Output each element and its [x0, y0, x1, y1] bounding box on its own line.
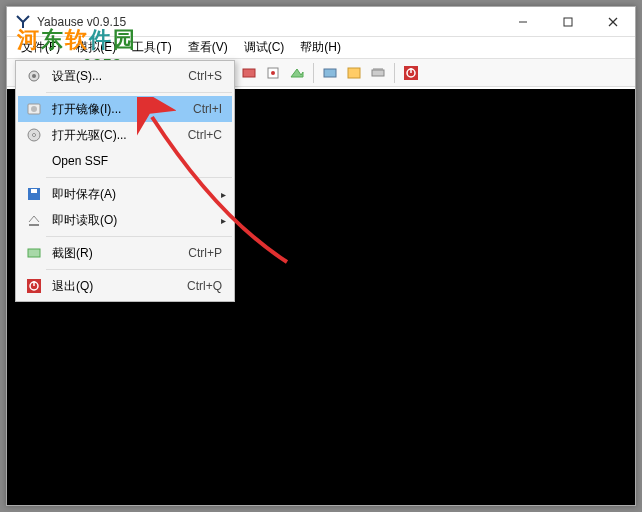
- app-icon: [15, 14, 31, 30]
- svg-point-29: [31, 106, 37, 112]
- sync-icon[interactable]: [262, 62, 284, 84]
- layer-icon[interactable]: [286, 62, 308, 84]
- save-icon: [24, 184, 44, 204]
- svg-point-27: [32, 74, 36, 78]
- window-controls: [500, 8, 635, 36]
- app-window: Yabause v0.9.15 文件(F) 模拟(E) 工具(T) 查看(V) …: [6, 6, 636, 506]
- vdp2-icon[interactable]: [343, 62, 365, 84]
- load-icon: [24, 210, 44, 230]
- window-title: Yabause v0.9.15: [37, 15, 500, 29]
- menu-open-image[interactable]: 打开镜像(I)... Ctrl+I: [18, 96, 232, 122]
- menu-quit[interactable]: 退出(Q) Ctrl+Q: [18, 273, 232, 299]
- menu-save-state[interactable]: 即时保存(A) ▸: [18, 181, 232, 207]
- menu-file[interactable]: 文件(F): [13, 37, 68, 58]
- close-button[interactable]: [590, 8, 635, 36]
- gear-icon: [24, 66, 44, 86]
- screenshot-icon: [24, 243, 44, 263]
- maximize-button[interactable]: [545, 8, 590, 36]
- svg-rect-35: [28, 249, 40, 257]
- frameskip-icon[interactable]: [238, 62, 260, 84]
- menu-debug[interactable]: 调试(C): [236, 37, 293, 58]
- menu-open-cdrom[interactable]: 打开光驱(C)... Ctrl+C: [18, 122, 232, 148]
- svg-rect-33: [31, 189, 37, 193]
- disc-image-icon: [24, 99, 44, 119]
- minimize-button[interactable]: [500, 8, 545, 36]
- memory-icon[interactable]: [367, 62, 389, 84]
- power-icon: [24, 276, 44, 296]
- file-menu-dropdown: 设置(S)... Ctrl+S 打开镜像(I)... Ctrl+I 打开光驱(C…: [15, 60, 235, 302]
- toolbar-separator: [313, 63, 314, 83]
- menu-separator: [46, 236, 232, 237]
- menubar: 文件(F) 模拟(E) 工具(T) 查看(V) 调试(C) 帮助(H): [7, 37, 635, 59]
- svg-rect-1: [564, 18, 572, 26]
- menu-help[interactable]: 帮助(H): [292, 37, 349, 58]
- power-icon[interactable]: [400, 62, 422, 84]
- toolbar-separator: [394, 63, 395, 83]
- svg-point-19: [271, 71, 275, 75]
- menu-load-state[interactable]: 即时读取(O) ▸: [18, 207, 232, 233]
- menu-separator: [46, 92, 232, 93]
- svg-rect-34: [29, 224, 39, 226]
- menu-screenshot[interactable]: 截图(R) Ctrl+P: [18, 240, 232, 266]
- menu-settings[interactable]: 设置(S)... Ctrl+S: [18, 63, 232, 89]
- cd-icon: [24, 125, 44, 145]
- svg-rect-17: [243, 69, 255, 77]
- menu-view[interactable]: 查看(V): [180, 37, 236, 58]
- chevron-right-icon: ▸: [218, 189, 226, 200]
- menu-separator: [46, 177, 232, 178]
- menu-open-ssf[interactable]: Open SSF: [18, 148, 232, 174]
- svg-point-31: [33, 134, 36, 137]
- svg-rect-21: [348, 68, 360, 78]
- menu-emulation[interactable]: 模拟(E): [68, 37, 124, 58]
- vdp1-icon[interactable]: [319, 62, 341, 84]
- menu-tools[interactable]: 工具(T): [124, 37, 179, 58]
- svg-rect-22: [372, 70, 384, 76]
- menu-separator: [46, 269, 232, 270]
- titlebar: Yabause v0.9.15: [7, 7, 635, 37]
- chevron-right-icon: ▸: [218, 215, 226, 226]
- svg-rect-20: [324, 69, 336, 77]
